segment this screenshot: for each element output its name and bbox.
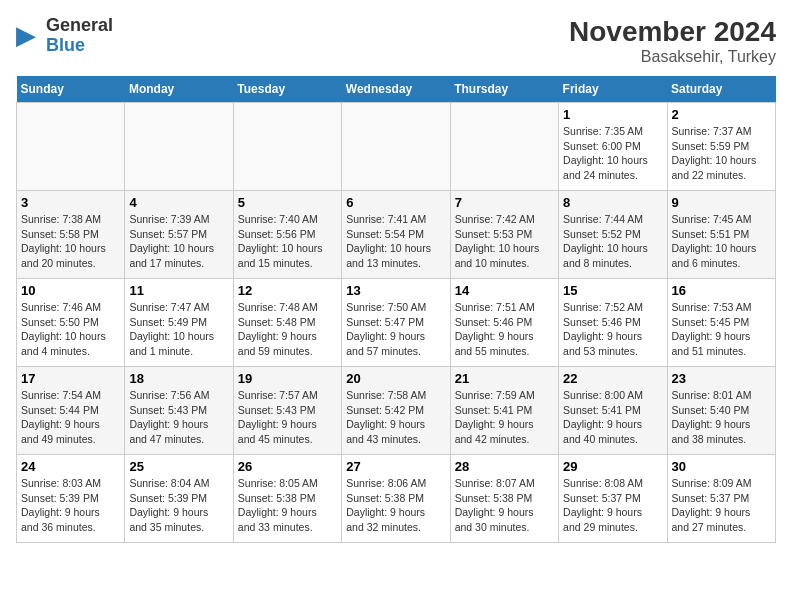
weekday-header-friday: Friday <box>559 76 667 103</box>
calendar-header: SundayMondayTuesdayWednesdayThursdayFrid… <box>17 76 776 103</box>
day-number: 27 <box>346 459 445 474</box>
day-info: Sunrise: 8:03 AM Sunset: 5:39 PM Dayligh… <box>21 476 120 535</box>
day-number: 26 <box>238 459 337 474</box>
calendar-cell: 6Sunrise: 7:41 AM Sunset: 5:54 PM Daylig… <box>342 191 450 279</box>
calendar-cell <box>125 103 233 191</box>
weekday-header-tuesday: Tuesday <box>233 76 341 103</box>
day-number: 1 <box>563 107 662 122</box>
day-info: Sunrise: 7:50 AM Sunset: 5:47 PM Dayligh… <box>346 300 445 359</box>
calendar-table: SundayMondayTuesdayWednesdayThursdayFrid… <box>16 76 776 543</box>
calendar-week-3: 10Sunrise: 7:46 AM Sunset: 5:50 PM Dayli… <box>17 279 776 367</box>
calendar-cell: 2Sunrise: 7:37 AM Sunset: 5:59 PM Daylig… <box>667 103 775 191</box>
title-block: November 2024 Basaksehir, Turkey <box>569 16 776 66</box>
day-number: 5 <box>238 195 337 210</box>
day-info: Sunrise: 7:56 AM Sunset: 5:43 PM Dayligh… <box>129 388 228 447</box>
day-info: Sunrise: 8:00 AM Sunset: 5:41 PM Dayligh… <box>563 388 662 447</box>
day-info: Sunrise: 7:38 AM Sunset: 5:58 PM Dayligh… <box>21 212 120 271</box>
day-number: 23 <box>672 371 771 386</box>
day-number: 17 <box>21 371 120 386</box>
day-number: 13 <box>346 283 445 298</box>
calendar-cell: 25Sunrise: 8:04 AM Sunset: 5:39 PM Dayli… <box>125 455 233 543</box>
day-number: 14 <box>455 283 554 298</box>
page-subtitle: Basaksehir, Turkey <box>569 48 776 66</box>
logo-line2: Blue <box>46 36 113 56</box>
calendar-cell: 23Sunrise: 8:01 AM Sunset: 5:40 PM Dayli… <box>667 367 775 455</box>
calendar-cell <box>233 103 341 191</box>
calendar-cell: 18Sunrise: 7:56 AM Sunset: 5:43 PM Dayli… <box>125 367 233 455</box>
day-number: 6 <box>346 195 445 210</box>
calendar-cell: 20Sunrise: 7:58 AM Sunset: 5:42 PM Dayli… <box>342 367 450 455</box>
day-number: 2 <box>672 107 771 122</box>
day-info: Sunrise: 7:48 AM Sunset: 5:48 PM Dayligh… <box>238 300 337 359</box>
page-header: ▶ General Blue November 2024 Basaksehir,… <box>16 16 776 66</box>
calendar-cell: 12Sunrise: 7:48 AM Sunset: 5:48 PM Dayli… <box>233 279 341 367</box>
day-number: 8 <box>563 195 662 210</box>
day-info: Sunrise: 8:04 AM Sunset: 5:39 PM Dayligh… <box>129 476 228 535</box>
logo: ▶ General Blue <box>16 16 113 56</box>
calendar-cell: 28Sunrise: 8:07 AM Sunset: 5:38 PM Dayli… <box>450 455 558 543</box>
day-number: 20 <box>346 371 445 386</box>
day-info: Sunrise: 7:54 AM Sunset: 5:44 PM Dayligh… <box>21 388 120 447</box>
day-info: Sunrise: 8:09 AM Sunset: 5:37 PM Dayligh… <box>672 476 771 535</box>
calendar-cell: 16Sunrise: 7:53 AM Sunset: 5:45 PM Dayli… <box>667 279 775 367</box>
calendar-cell: 10Sunrise: 7:46 AM Sunset: 5:50 PM Dayli… <box>17 279 125 367</box>
day-number: 3 <box>21 195 120 210</box>
calendar-cell: 21Sunrise: 7:59 AM Sunset: 5:41 PM Dayli… <box>450 367 558 455</box>
calendar-week-4: 17Sunrise: 7:54 AM Sunset: 5:44 PM Dayli… <box>17 367 776 455</box>
day-info: Sunrise: 7:42 AM Sunset: 5:53 PM Dayligh… <box>455 212 554 271</box>
day-number: 7 <box>455 195 554 210</box>
weekday-header-wednesday: Wednesday <box>342 76 450 103</box>
day-info: Sunrise: 7:58 AM Sunset: 5:42 PM Dayligh… <box>346 388 445 447</box>
weekday-header-thursday: Thursday <box>450 76 558 103</box>
calendar-cell: 3Sunrise: 7:38 AM Sunset: 5:58 PM Daylig… <box>17 191 125 279</box>
calendar-week-5: 24Sunrise: 8:03 AM Sunset: 5:39 PM Dayli… <box>17 455 776 543</box>
calendar-cell: 1Sunrise: 7:35 AM Sunset: 6:00 PM Daylig… <box>559 103 667 191</box>
calendar-cell: 11Sunrise: 7:47 AM Sunset: 5:49 PM Dayli… <box>125 279 233 367</box>
page-title: November 2024 <box>569 16 776 48</box>
logo-line1: General <box>46 16 113 36</box>
calendar-cell: 8Sunrise: 7:44 AM Sunset: 5:52 PM Daylig… <box>559 191 667 279</box>
day-info: Sunrise: 7:51 AM Sunset: 5:46 PM Dayligh… <box>455 300 554 359</box>
day-number: 21 <box>455 371 554 386</box>
day-number: 25 <box>129 459 228 474</box>
calendar-cell: 24Sunrise: 8:03 AM Sunset: 5:39 PM Dayli… <box>17 455 125 543</box>
calendar-cell: 5Sunrise: 7:40 AM Sunset: 5:56 PM Daylig… <box>233 191 341 279</box>
day-number: 9 <box>672 195 771 210</box>
day-number: 30 <box>672 459 771 474</box>
day-info: Sunrise: 7:39 AM Sunset: 5:57 PM Dayligh… <box>129 212 228 271</box>
svg-text:▶: ▶ <box>16 22 36 50</box>
logo-text: General Blue <box>46 16 113 56</box>
weekday-header-saturday: Saturday <box>667 76 775 103</box>
day-info: Sunrise: 8:01 AM Sunset: 5:40 PM Dayligh… <box>672 388 771 447</box>
weekday-header-sunday: Sunday <box>17 76 125 103</box>
day-number: 24 <box>21 459 120 474</box>
day-info: Sunrise: 7:53 AM Sunset: 5:45 PM Dayligh… <box>672 300 771 359</box>
day-number: 19 <box>238 371 337 386</box>
calendar-week-1: 1Sunrise: 7:35 AM Sunset: 6:00 PM Daylig… <box>17 103 776 191</box>
calendar-cell: 19Sunrise: 7:57 AM Sunset: 5:43 PM Dayli… <box>233 367 341 455</box>
day-info: Sunrise: 7:37 AM Sunset: 5:59 PM Dayligh… <box>672 124 771 183</box>
day-number: 18 <box>129 371 228 386</box>
day-info: Sunrise: 7:45 AM Sunset: 5:51 PM Dayligh… <box>672 212 771 271</box>
day-info: Sunrise: 7:47 AM Sunset: 5:49 PM Dayligh… <box>129 300 228 359</box>
day-number: 15 <box>563 283 662 298</box>
day-info: Sunrise: 8:08 AM Sunset: 5:37 PM Dayligh… <box>563 476 662 535</box>
logo-icon: ▶ <box>16 22 44 50</box>
calendar-cell <box>342 103 450 191</box>
calendar-cell: 13Sunrise: 7:50 AM Sunset: 5:47 PM Dayli… <box>342 279 450 367</box>
calendar-week-2: 3Sunrise: 7:38 AM Sunset: 5:58 PM Daylig… <box>17 191 776 279</box>
day-number: 29 <box>563 459 662 474</box>
day-info: Sunrise: 7:41 AM Sunset: 5:54 PM Dayligh… <box>346 212 445 271</box>
calendar-cell: 27Sunrise: 8:06 AM Sunset: 5:38 PM Dayli… <box>342 455 450 543</box>
day-info: Sunrise: 7:52 AM Sunset: 5:46 PM Dayligh… <box>563 300 662 359</box>
weekday-row: SundayMondayTuesdayWednesdayThursdayFrid… <box>17 76 776 103</box>
day-number: 22 <box>563 371 662 386</box>
calendar-cell: 14Sunrise: 7:51 AM Sunset: 5:46 PM Dayli… <box>450 279 558 367</box>
calendar-cell: 7Sunrise: 7:42 AM Sunset: 5:53 PM Daylig… <box>450 191 558 279</box>
calendar-cell: 22Sunrise: 8:00 AM Sunset: 5:41 PM Dayli… <box>559 367 667 455</box>
day-info: Sunrise: 8:07 AM Sunset: 5:38 PM Dayligh… <box>455 476 554 535</box>
day-number: 28 <box>455 459 554 474</box>
calendar-cell <box>17 103 125 191</box>
calendar-cell: 29Sunrise: 8:08 AM Sunset: 5:37 PM Dayli… <box>559 455 667 543</box>
calendar-cell: 9Sunrise: 7:45 AM Sunset: 5:51 PM Daylig… <box>667 191 775 279</box>
